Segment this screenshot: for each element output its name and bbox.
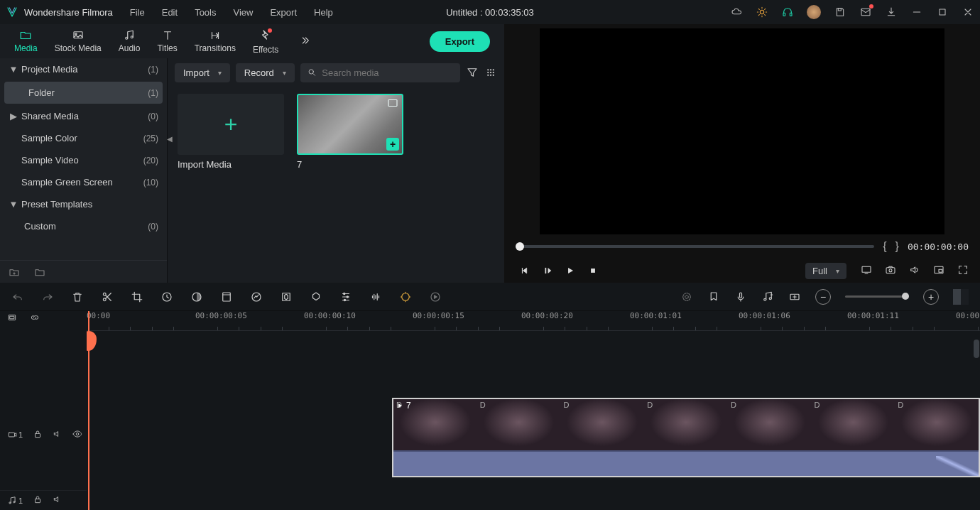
svg-rect-3 xyxy=(838,9,841,11)
render-icon[interactable] xyxy=(429,291,442,303)
import-media-tile[interactable]: + Import Media xyxy=(178,94,284,170)
tree-item-project-media[interactable]: ▼Project Media(1) xyxy=(0,58,167,80)
record-dropdown[interactable]: Record▾ xyxy=(236,63,295,82)
menu-help[interactable]: Help xyxy=(314,7,333,18)
color-icon[interactable] xyxy=(190,291,203,303)
fullscreen-icon[interactable] xyxy=(957,264,969,278)
prev-frame-icon[interactable] xyxy=(520,266,530,276)
zoom-fit-icon[interactable] xyxy=(953,289,969,305)
import-dropdown[interactable]: Import▾ xyxy=(175,63,230,82)
mark-out-icon[interactable]: } xyxy=(895,240,899,253)
tree-item-folder[interactable]: Folder(1) xyxy=(4,82,163,104)
download-icon[interactable] xyxy=(885,6,898,18)
audio-lock-icon[interactable] xyxy=(33,494,43,506)
audio-edit-icon[interactable] xyxy=(369,291,382,303)
tree-item-preset-templates[interactable]: ▼Preset Templates xyxy=(0,193,167,215)
timeline-clip[interactable]: 7 xyxy=(392,398,980,477)
motion-icon[interactable] xyxy=(399,291,412,303)
track-lock-icon[interactable] xyxy=(33,429,43,441)
play-pause-icon[interactable] xyxy=(543,266,552,276)
svg-point-38 xyxy=(402,293,410,300)
tl-effects-icon[interactable] xyxy=(680,291,693,303)
zoom-out-icon[interactable]: − xyxy=(815,289,831,305)
mark-in-icon[interactable]: { xyxy=(883,240,886,253)
play-icon[interactable] xyxy=(565,266,575,276)
svg-point-37 xyxy=(344,299,345,300)
minimize-icon[interactable] xyxy=(910,6,923,18)
tree-item-custom[interactable]: Custom(0) xyxy=(0,215,167,237)
tree-item-shared-media[interactable]: ▶Shared Media(0) xyxy=(0,105,167,127)
timeline-scrollbar[interactable] xyxy=(973,340,980,510)
preview-canvas[interactable] xyxy=(540,28,944,234)
redo-icon[interactable] xyxy=(41,291,54,303)
tree-item-sample-color[interactable]: Sample Color(25) xyxy=(0,127,167,149)
sun-icon[interactable] xyxy=(756,6,768,18)
audio-mixer-icon[interactable] xyxy=(761,291,774,303)
mask-icon[interactable] xyxy=(310,291,322,303)
playhead[interactable] xyxy=(88,311,89,510)
tree-item-sample-green-screen[interactable]: Sample Green Screen(10) xyxy=(0,171,167,193)
undo-icon[interactable] xyxy=(11,291,24,303)
track-visibility-icon[interactable] xyxy=(72,429,82,441)
folder-icon[interactable] xyxy=(34,266,45,278)
tree-item-sample-video[interactable]: Sample Video(20) xyxy=(0,149,167,171)
mail-icon[interactable] xyxy=(859,6,872,18)
zoom-slider[interactable] xyxy=(845,295,909,298)
svg-point-40 xyxy=(685,295,689,298)
cut-icon[interactable] xyxy=(101,291,114,303)
volume-icon[interactable] xyxy=(909,264,920,278)
adjust-icon[interactable] xyxy=(339,291,352,303)
cloud-icon[interactable] xyxy=(730,6,743,18)
delete-icon[interactable] xyxy=(71,291,84,303)
gutter-snapshot-icon[interactable] xyxy=(7,313,17,325)
search-input[interactable] xyxy=(322,67,453,78)
timeline-tracks[interactable]: 00:0000:00:00:0500:00:00:1000:00:00:1500… xyxy=(87,311,980,510)
menu-view[interactable]: View xyxy=(233,7,253,18)
track-mute-icon[interactable] xyxy=(53,429,62,441)
tab-effects[interactable]: Effects xyxy=(244,26,287,58)
svg-rect-4 xyxy=(861,9,870,15)
speed-icon[interactable] xyxy=(160,291,173,303)
menu-edit[interactable]: Edit xyxy=(162,7,178,18)
search-box[interactable] xyxy=(300,63,460,82)
collapse-sidebar-icon[interactable]: ◀ xyxy=(167,135,173,143)
filter-icon[interactable] xyxy=(466,66,479,79)
add-clip-icon[interactable]: + xyxy=(386,138,399,151)
timeline-ruler[interactable]: 00:0000:00:00:0500:00:00:1000:00:00:1500… xyxy=(87,311,980,331)
new-folder-icon[interactable] xyxy=(9,266,20,278)
green-screen-icon[interactable] xyxy=(220,291,233,303)
preview-quality-dropdown[interactable]: Full▾ xyxy=(805,263,846,279)
tab-media[interactable]: Media xyxy=(6,26,46,56)
audio-mute-icon[interactable] xyxy=(53,494,62,506)
user-avatar[interactable] xyxy=(807,5,821,19)
menu-file[interactable]: File xyxy=(130,7,145,18)
tab-audio[interactable]: Audio xyxy=(110,26,149,56)
stop-icon[interactable] xyxy=(588,266,598,276)
headphones-icon[interactable] xyxy=(781,6,794,18)
menu-tools[interactable]: Tools xyxy=(195,7,216,18)
keyframe-icon[interactable] xyxy=(280,291,293,303)
gutter-link-icon[interactable] xyxy=(30,313,40,325)
crop-icon[interactable] xyxy=(131,291,143,303)
voiceover-icon[interactable] xyxy=(734,291,747,303)
tab-transitions[interactable]: Transitions xyxy=(186,26,244,56)
media-clip[interactable]: + 7 xyxy=(297,94,403,170)
display-icon[interactable] xyxy=(861,264,872,278)
save-icon[interactable] xyxy=(834,6,846,18)
menu-export[interactable]: Export xyxy=(270,7,297,18)
grid-view-icon[interactable] xyxy=(484,66,497,79)
tab-stock-media[interactable]: Stock Media xyxy=(46,26,110,56)
speed-ramp-icon[interactable] xyxy=(250,291,263,303)
snapshot-icon[interactable] xyxy=(885,264,896,278)
add-track-icon[interactable] xyxy=(788,291,801,303)
zoom-in-icon[interactable]: + xyxy=(923,289,939,305)
tab-titles[interactable]: Titles xyxy=(148,26,185,56)
preview-scrubber[interactable] xyxy=(516,245,874,248)
svg-point-14 xyxy=(487,72,489,73)
export-button[interactable]: Export xyxy=(430,31,490,52)
pip-icon[interactable] xyxy=(933,264,944,278)
marker-icon[interactable] xyxy=(707,291,720,303)
tabs-more-icon[interactable] xyxy=(298,35,311,48)
close-icon[interactable] xyxy=(962,6,974,18)
maximize-icon[interactable] xyxy=(936,6,949,18)
